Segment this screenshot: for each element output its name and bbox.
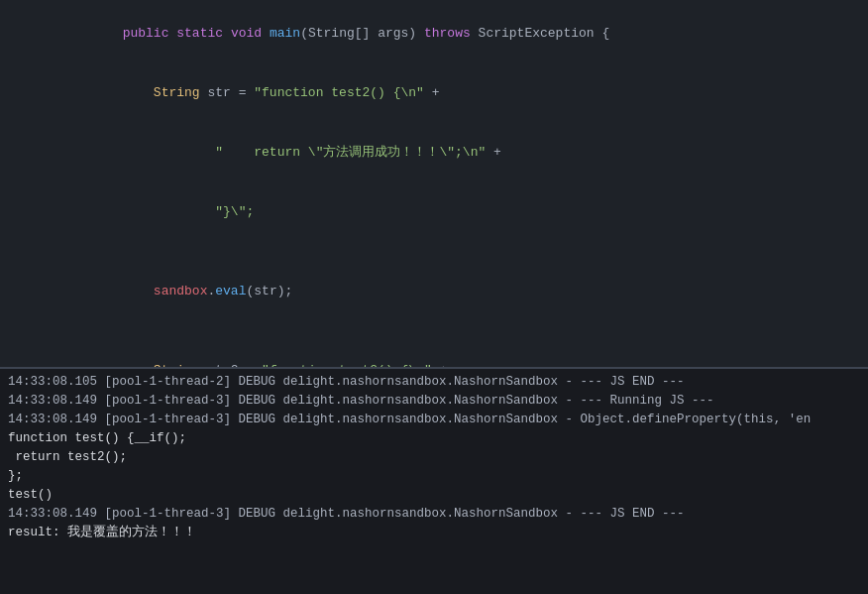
code-line: String str = "function test2() {\n" +: [0, 63, 868, 123]
console-output[interactable]: 14:33:08.105 [pool-1-thread-2] DEBUG del…: [0, 367, 868, 594]
code-line: public static void main(String[] args) t…: [0, 4, 868, 63]
console-line: test(): [8, 486, 860, 505]
console-line: 14:33:08.105 [pool-1-thread-2] DEBUG del…: [8, 373, 860, 392]
console-line: };: [8, 467, 860, 486]
code-line: [0, 242, 868, 262]
code-line: String str2 = "function test2() {\n" +: [0, 341, 868, 367]
editor-container: public static void main(String[] args) t…: [0, 0, 868, 594]
console-line: 14:33:08.149 [pool-1-thread-3] DEBUG del…: [8, 392, 860, 411]
code-line: [0, 321, 868, 341]
console-line: return test2();: [8, 448, 860, 467]
console-line: 14:33:08.149 [pool-1-thread-3] DEBUG del…: [8, 411, 860, 429]
code-line: " return \"方法调用成功！！！\";\n" +: [0, 123, 868, 182]
code-line: "}\";: [0, 182, 868, 242]
console-line: 14:33:08.149 [pool-1-thread-3] DEBUG del…: [8, 505, 860, 524]
code-editor[interactable]: public static void main(String[] args) t…: [0, 0, 868, 367]
console-result: result: 我是覆盖的方法！！！: [8, 524, 860, 542]
code-line: sandbox.eval(str);: [0, 262, 868, 321]
console-line: function test() {__if();: [8, 429, 860, 448]
